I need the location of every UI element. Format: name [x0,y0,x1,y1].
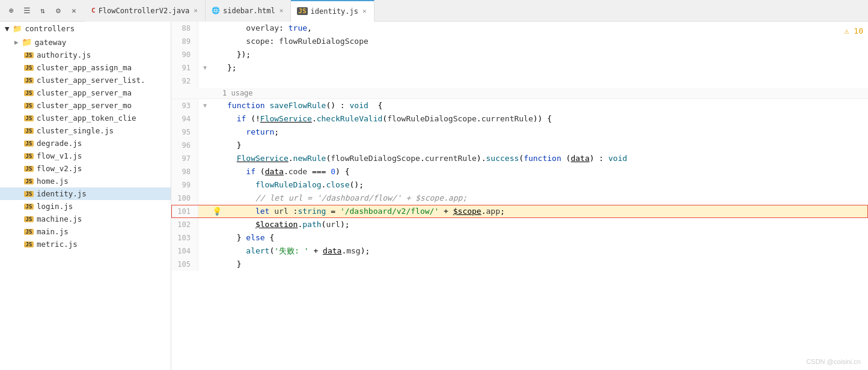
sidebar-identity-label: identity.js [37,189,87,198]
sidebar-item-login[interactable]: JS login.js [0,200,171,213]
sidebar-item-home[interactable]: JS home.js [0,175,171,187]
tab-flowcontroller-label: FlowControllerV2.java [99,7,190,15]
js-file-icon: JS [24,204,34,210]
sidebar-item-cluster-single[interactable]: JS cluster_single.js [0,124,171,137]
line-num-100: 100 [171,192,198,205]
line-num-99: 99 [171,178,198,192]
hint-101[interactable]: 💡 [212,205,222,218]
fold-96 [198,139,212,152]
hint-102 [212,218,222,231]
line-num-88: 88 [171,22,198,35]
sidebar-item-flow-v2[interactable]: JS flow_v2.js [0,162,171,175]
code-text-98: if (data.code === 0) { [222,165,868,178]
sidebar-cluster-assign-label: cluster_app_assign_ma [37,63,132,72]
tab-flowcontroller-close[interactable]: ✕ [192,6,199,15]
code-line-101: 101 💡 let url :string = '/dashboard/v2/f… [171,205,868,218]
js-file-icon: JS [24,229,34,235]
code-line-100: 100 // let url = '/dashboard/flow/' + $s… [171,192,868,205]
sidebar-item-cluster-server-ma[interactable]: JS cluster_app_server_ma [0,86,171,99]
fold-105 [198,258,212,271]
sidebar-main-label: main.js [37,227,69,236]
sidebar-item-degrade[interactable]: JS degrade.js [0,137,171,150]
tab-sidebar-close[interactable]: ✕ [278,6,285,15]
sidebar-metric-label: metric.js [37,240,78,249]
sidebar-item-gateway[interactable]: ▶ 📁 gateway [0,35,171,49]
code-text-104: alert('失败: ' + data.msg); [222,244,868,258]
fold-93[interactable]: ▼ [198,99,212,112]
sort-icon[interactable]: ⇅ [36,4,49,17]
hint-103 [212,231,222,244]
tab-bar-actions: ⊕ ☰ ⇅ ⚙ ✕ [5,4,81,17]
hint-91 [212,61,222,74]
js-file-icon: JS [24,128,34,134]
tab-identity[interactable]: JS identity.js ✕ [291,0,374,22]
code-text-97: FlowService.newRule(flowRuleDialogScope.… [222,152,868,165]
sidebar-controllers-folder[interactable]: ▼ 📁 controllers [0,22,171,35]
sidebar-item-identity[interactable]: JS identity.js [0,187,171,200]
hint-92 [212,74,222,88]
sidebar-item-cluster-server-mo[interactable]: JS cluster_app_server_mo [0,99,171,112]
code-line-89: 89 scope: flowRuleDialogScope [171,35,868,48]
line-num-92: 92 [171,74,198,88]
line-num-93: 93 [171,99,198,112]
line-num-95: 95 [171,126,198,139]
fold-88 [198,22,212,35]
sidebar-item-main[interactable]: JS main.js [0,225,171,238]
sidebar-degrade-label: degrade.js [37,139,82,148]
line-num-98: 98 [171,165,198,178]
main-layout: ▼ 📁 controllers ▶ 📁 gateway JS authority… [0,22,868,370]
fold-90 [198,48,212,61]
code-line-90: 90 }); [171,48,868,61]
code-text-95: return; [222,126,868,139]
code-text-105: } [222,258,868,271]
add-tab-icon[interactable]: ⊕ [5,4,18,17]
tab-flowcontroller[interactable]: C FlowControllerV2.java ✕ [85,0,206,22]
tab-sidebar[interactable]: 🌐 sidebar.html ✕ [206,0,291,22]
fold-98 [198,165,212,178]
line-num-91: 91 [171,61,198,74]
fold-91[interactable]: ▼ [198,61,212,74]
code-text-102: $location.path(url); [222,218,868,231]
sidebar-item-flow-v1[interactable]: JS flow_v1.js [0,150,171,162]
code-line-104: 104 alert('失败: ' + data.msg); [171,244,868,258]
sidebar-item-cluster-assign[interactable]: JS cluster_app_assign_ma [0,61,171,74]
fold-102 [198,218,212,231]
hint-96 [212,139,222,152]
fold-99 [198,178,212,192]
js-icon: JS [297,7,307,15]
settings-icon[interactable]: ⚙ [52,4,65,17]
sidebar-item-metric[interactable]: JS metric.js [0,238,171,250]
code-line-97: 97 FlowService.newRule(flowRuleDialogSco… [171,152,868,165]
java-icon: C [91,7,96,14]
hint-99 [212,178,222,192]
sidebar-item-authority[interactable]: JS authority.js [0,49,171,61]
sidebar-cluster-server-ma-label: cluster_app_server_ma [37,88,132,97]
js-file-icon: JS [24,141,34,147]
close-icon[interactable]: ✕ [67,4,81,17]
code-line-91: 91 ▼ }; [171,61,868,74]
fold-100 [198,192,212,205]
sidebar-item-machine[interactable]: JS machine.js [0,213,171,225]
sidebar-item-cluster-token[interactable]: JS cluster_app_token_clie [0,112,171,124]
js-file-icon: JS [24,178,34,184]
js-file-icon: JS [24,241,34,247]
folder-icon: 📁 [13,24,22,33]
js-file-icon: JS [24,153,34,159]
warning-badge: ⚠ 10 [845,26,863,35]
code-area[interactable]: 88 overlay: true, 89 scope: flowRuleDial… [171,22,868,370]
hint-88 [212,22,222,35]
list-icon[interactable]: ☰ [20,4,34,17]
sidebar: ▼ 📁 controllers ▶ 📁 gateway JS authority… [0,22,171,370]
tab-identity-close[interactable]: ✕ [361,7,368,16]
js-file-icon: JS [24,103,34,109]
sidebar-item-cluster-server-list[interactable]: JS cluster_app_server_list. [0,74,171,86]
line-num-94: 94 [171,112,198,126]
code-text-93: function saveFlowRule() : void { [222,99,868,112]
line-num-105: 105 [171,258,198,271]
line-num-90: 90 [171,48,198,61]
sidebar-controllers-label: controllers [25,24,75,33]
code-text-89: scope: flowRuleDialogScope [222,35,868,48]
tab-sidebar-label: sidebar.html [223,7,275,15]
hint-100 [212,192,222,205]
sidebar-cluster-server-mo-label: cluster_app_server_mo [37,101,132,110]
